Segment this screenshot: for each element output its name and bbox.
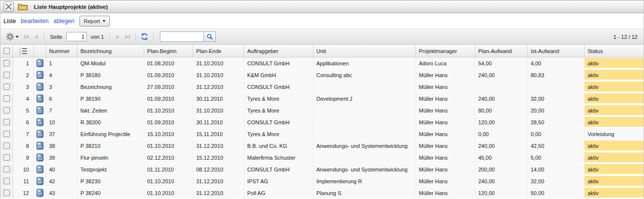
cell-auftraggeber[interactable]: Poll AG — [244, 187, 313, 199]
cell-nummer[interactable]: 1 — [46, 57, 77, 69]
cell-projektmanager[interactable]: Müller Hans — [416, 105, 475, 116]
cell-status[interactable]: aktiv — [585, 187, 644, 199]
cell-auftraggeber[interactable]: Malerfirma Schuster — [244, 152, 313, 163]
cell-plan-aufwand[interactable]: 80,00 — [475, 105, 528, 116]
cell-plan-ende[interactable]: 15.12.2010 — [193, 152, 244, 163]
cell-bezeichnung[interactable]: Einführung Projectile — [77, 128, 144, 140]
cell-status[interactable]: aktiv — [585, 116, 644, 128]
cell-auftraggeber[interactable]: Tyres & More — [244, 105, 313, 116]
prev-page-button[interactable] — [33, 33, 40, 40]
cell-unit[interactable] — [313, 152, 416, 163]
cell-plan-beginn[interactable]: 01.09.2010 — [144, 93, 193, 104]
row-checkbox[interactable] — [3, 178, 10, 184]
cell-plan-aufwand[interactable] — [475, 81, 528, 92]
column-header-plan-aufwand[interactable]: Plan-Aufwand — [475, 45, 528, 57]
cell-unit[interactable]: Anwendungs- und Systementwicklung — [313, 140, 416, 151]
cell-auftraggeber[interactable]: IPST AG — [244, 175, 313, 187]
cell-plan-aufwand[interactable]: 240,00 — [475, 93, 528, 104]
cell-unit[interactable] — [313, 105, 416, 116]
column-header-plan-beginn[interactable]: Plan-Beginn — [144, 45, 193, 57]
cell-unit[interactable]: Implementierung R — [313, 175, 416, 187]
row-number-header[interactable]: 1 2 3 — [13, 45, 34, 57]
cell-auftraggeber[interactable]: CONSULT GmbH — [244, 164, 313, 175]
column-header-status[interactable]: Status — [585, 45, 644, 57]
cell-plan-aufwand[interactable]: 240,00 — [475, 69, 528, 81]
cell-ist-aufwand[interactable]: 14,00 — [528, 164, 585, 175]
cell-nummer[interactable]: 3 — [46, 81, 77, 92]
cell-plan-aufwand[interactable]: 120,00 — [475, 187, 528, 199]
row-checkbox[interactable] — [3, 131, 10, 137]
cell-plan-ende[interactable]: 31.10.2010 — [193, 69, 244, 81]
cell-projektmanager[interactable]: Müller Hans — [416, 116, 475, 128]
cell-ist-aufwand[interactable]: 80,83 — [528, 69, 585, 81]
cell-plan-aufwand[interactable]: 240,00 — [475, 175, 528, 187]
cell-ist-aufwand[interactable]: 0,00 — [528, 128, 585, 140]
column-header-projektmanager[interactable]: Projektmanager — [416, 45, 475, 57]
cell-plan-beginn[interactable]: 01.08.2010 — [144, 57, 193, 69]
cell-ist-aufwand[interactable] — [528, 81, 585, 92]
cell-ist-aufwand[interactable]: 32,00 — [528, 175, 585, 187]
cell-bezeichnung[interactable]: fakt. Zeiten — [77, 105, 144, 116]
cell-nummer[interactable]: 39 — [46, 152, 77, 163]
cell-plan-aufwand[interactable]: 200,00 — [475, 164, 528, 175]
cell-ist-aufwand[interactable]: 28,50 — [528, 116, 585, 128]
cell-plan-ende[interactable]: 15.11.2010 — [193, 128, 244, 140]
project-icon[interactable] — [36, 118, 44, 126]
cell-status[interactable]: aktiv — [585, 152, 644, 163]
settings-menu-button[interactable] — [4, 31, 20, 42]
ablegen-link[interactable]: ablegen — [53, 18, 75, 25]
row-checkbox[interactable] — [3, 107, 10, 114]
row-checkbox[interactable] — [3, 95, 10, 102]
project-icon[interactable] — [36, 189, 44, 197]
cell-projektmanager[interactable]: Müller Hans — [416, 93, 475, 104]
cell-unit[interactable]: Consulting abc — [313, 69, 416, 81]
cell-projektmanager[interactable]: Müller Hans — [416, 69, 475, 81]
cell-nummer[interactable]: 42 — [46, 175, 77, 187]
cell-ist-aufwand[interactable]: 42,50 — [528, 140, 585, 151]
cell-unit[interactable] — [313, 116, 416, 128]
project-icon[interactable] — [36, 59, 44, 67]
row-checkbox[interactable] — [3, 84, 10, 90]
cell-bezeichnung[interactable]: Testprojekt — [77, 164, 144, 175]
cell-auftraggeber[interactable]: K&M GmbH — [244, 69, 313, 81]
cell-plan-beginn[interactable]: 01.09.2010 — [144, 116, 193, 128]
cell-bezeichnung[interactable]: Bezeichnung — [77, 81, 144, 92]
row-checkbox[interactable] — [3, 60, 10, 66]
cell-auftraggeber[interactable]: CONSULT GmbH — [244, 57, 313, 69]
cell-plan-aufwand[interactable]: 120,00 — [475, 116, 528, 128]
cell-unit[interactable]: Applikationen — [313, 57, 416, 69]
cell-nummer[interactable]: 10 — [46, 116, 77, 128]
cell-bezeichnung[interactable]: P 38180 — [77, 69, 144, 81]
column-header-ist-aufwand[interactable]: Ist-Aufwand — [528, 45, 585, 57]
column-header-auftraggeber[interactable]: Auftraggeber — [244, 45, 313, 57]
first-page-button[interactable] — [23, 33, 30, 40]
cell-ist-aufwand[interactable]: 50,00 — [528, 187, 585, 199]
search-input[interactable] — [160, 32, 204, 41]
cell-projektmanager[interactable]: Müller Hans — [416, 164, 475, 175]
project-icon[interactable] — [36, 94, 44, 103]
cell-nummer[interactable]: 4 — [46, 69, 77, 81]
cell-projektmanager[interactable]: Müller Hans — [416, 81, 475, 92]
column-header-unit[interactable]: Unit — [313, 45, 416, 57]
cell-plan-beginn[interactable]: 01.10.2010 — [144, 187, 193, 199]
cell-plan-aufwand[interactable]: 240,00 — [475, 140, 528, 151]
select-all-checkbox[interactable] — [3, 48, 10, 54]
cell-plan-ende[interactable]: 31.10.2010 — [193, 57, 244, 69]
cell-plan-ende[interactable]: 30.11.2010 — [193, 116, 244, 128]
column-header-nummer[interactable]: Nummer — [46, 45, 77, 57]
cell-status[interactable]: aktiv — [585, 105, 644, 116]
cell-plan-ende[interactable]: 31.12.2010 — [193, 175, 244, 187]
cell-ist-aufwand[interactable]: 4,00 — [528, 57, 585, 69]
cell-nummer[interactable]: 37 — [46, 128, 77, 140]
cell-bezeichnung[interactable]: P 38230 — [77, 175, 144, 187]
row-checkbox[interactable] — [3, 154, 10, 161]
close-button[interactable] — [3, 1, 14, 12]
cell-plan-aufwand[interactable]: 0,00 — [475, 128, 528, 140]
cell-plan-ende[interactable]: 30.11.2010 — [193, 93, 244, 104]
project-icon[interactable] — [36, 177, 44, 185]
cell-plan-ende[interactable]: 08.12.2010 — [193, 164, 244, 175]
cell-nummer[interactable]: 43 — [46, 187, 77, 199]
cell-plan-beginn[interactable]: 01.10.2010 — [144, 105, 193, 116]
cell-plan-beginn[interactable]: 01.10.2010 — [144, 175, 193, 187]
cell-auftraggeber[interactable]: CONSULT GmbH — [244, 116, 313, 128]
